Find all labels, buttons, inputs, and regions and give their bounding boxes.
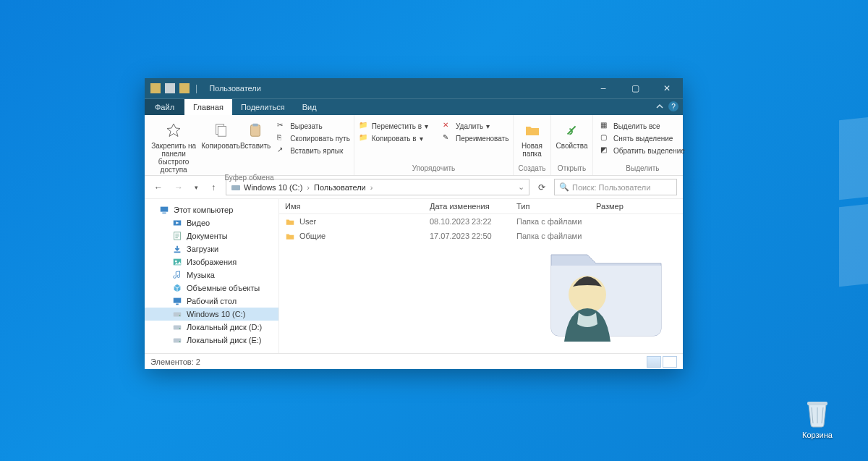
svg-rect-4 <box>252 124 258 127</box>
qat-separator: | <box>195 83 197 93</box>
breadcrumb-0[interactable]: Windows 10 (C:) <box>244 183 302 192</box>
svg-point-13 <box>175 261 177 263</box>
invert-selection-button[interactable]: ◩Обратить выделение <box>597 145 688 156</box>
tree-item-0[interactable]: Видео <box>145 216 278 229</box>
copy-to-icon: 📁 <box>359 133 369 143</box>
forward-button[interactable]: → <box>171 179 187 195</box>
tab-home[interactable]: Главная <box>184 99 232 115</box>
delete-icon: ✕ <box>443 121 453 131</box>
tree-item-4[interactable]: Музыка <box>145 268 278 282</box>
pin-to-quick-access-button[interactable]: Закрепить на панели быстрого доступа <box>145 118 202 174</box>
view-icons-button[interactable] <box>663 356 677 368</box>
recycle-bin-desktop-icon[interactable]: Корзина <box>792 399 843 439</box>
group-clipboard-label: Буфер обмена <box>225 174 274 183</box>
down-icon <box>172 244 182 254</box>
tree-item-5[interactable]: Объемные объекты <box>145 282 278 295</box>
cut-button[interactable]: ✂Вырезать <box>274 120 353 132</box>
tree-item-8[interactable]: Локальный диск (D:) <box>145 321 278 334</box>
table-row[interactable]: Общие17.07.2023 22:50Папка с файлами <box>279 229 683 243</box>
tree-item-2[interactable]: Загрузки <box>145 242 278 255</box>
tab-view[interactable]: Вид <box>294 99 326 115</box>
svg-rect-0 <box>807 402 827 405</box>
tree-item-1[interactable]: Документы <box>145 229 278 242</box>
drive-icon <box>172 322 182 332</box>
svg-point-23 <box>569 276 606 313</box>
minimize-button[interactable]: – <box>587 78 619 98</box>
qat-icon-2[interactable] <box>165 83 175 93</box>
move-to-icon: 📁 <box>359 121 369 131</box>
address-dropdown-icon[interactable]: ⌄ <box>518 182 524 192</box>
status-bar: Элементов: 2 <box>145 353 683 369</box>
drive-icon <box>172 335 182 345</box>
svg-point-19 <box>179 328 181 329</box>
move-to-button[interactable]: 📁Переместить в ▾ <box>356 120 431 132</box>
svg-rect-14 <box>174 298 182 303</box>
paste-icon <box>245 120 265 140</box>
tree-item-9[interactable]: Локальный диск (E:) <box>145 334 278 347</box>
svg-point-21 <box>179 341 181 342</box>
image-icon <box>172 257 182 267</box>
ribbon-tabs: Файл Главная Поделиться Вид ? <box>145 98 683 115</box>
table-row[interactable]: User08.10.2023 23:22Папка с файлами <box>279 214 683 229</box>
pc-icon <box>159 205 169 215</box>
properties-icon <box>562 120 582 140</box>
tree-item-6[interactable]: Рабочий стол <box>145 295 278 308</box>
copy-path-button[interactable]: ⎘Скопировать путь <box>274 132 353 144</box>
tree-item-3[interactable]: Изображения <box>145 255 278 268</box>
shortcut-icon: ↗ <box>277 145 287 156</box>
recycle-bin-label: Корзина <box>802 431 833 439</box>
group-organize-label: Упорядочить <box>412 164 456 174</box>
select-all-button[interactable]: ▦Выделить все <box>597 120 688 132</box>
rename-button[interactable]: ✎Переименовать <box>440 132 511 144</box>
music-icon <box>172 270 182 280</box>
refresh-button[interactable]: ⟳ <box>534 179 550 195</box>
search-icon: 🔍 <box>559 182 569 192</box>
paste-button[interactable]: Вставить <box>239 118 271 150</box>
select-none-button[interactable]: ▢Снять выделение <box>597 132 688 144</box>
view-details-button[interactable] <box>647 356 661 368</box>
group-select-label: Выделить <box>626 164 659 174</box>
search-input[interactable]: 🔍 Поиск: Пользователи <box>554 179 677 195</box>
tree-item-7[interactable]: Windows 10 (C:) <box>145 308 278 321</box>
col-size[interactable]: Размер <box>590 199 641 213</box>
close-button[interactable]: ✕ <box>651 78 683 98</box>
tab-share[interactable]: Поделиться <box>232 99 294 115</box>
breadcrumb-1[interactable]: Пользователи <box>314 183 366 192</box>
col-type[interactable]: Тип <box>511 199 590 213</box>
recent-locations-button[interactable]: ▾ <box>191 179 201 195</box>
maximize-button[interactable]: ▢ <box>619 78 651 98</box>
content-area: Этот компьютер ВидеоДокументыЗагрузкиИзо… <box>145 199 683 353</box>
back-button[interactable]: ← <box>150 179 166 195</box>
column-headers: Имя Дата изменения Тип Размер <box>279 199 683 214</box>
svg-rect-2 <box>218 127 226 137</box>
col-name[interactable]: Имя <box>279 199 424 213</box>
select-all-icon: ▦ <box>600 121 610 131</box>
recycle-bin-icon <box>804 399 830 428</box>
properties-button[interactable]: Свойства <box>554 118 590 150</box>
new-folder-button[interactable]: Новая папка <box>516 118 548 158</box>
delete-button[interactable]: ✕Удалить ▾ <box>440 120 511 132</box>
titlebar[interactable]: | Пользователи – ▢ ✕ <box>145 78 683 98</box>
qat-icon-1[interactable] <box>150 83 161 93</box>
collapse-ribbon-icon[interactable] <box>655 102 664 111</box>
help-button[interactable]: ? <box>668 101 678 111</box>
window-title: Пользователи <box>205 84 587 93</box>
qat-icon-3[interactable] <box>179 83 190 93</box>
copy-icon <box>210 120 231 140</box>
col-date[interactable]: Дата изменения <box>424 199 511 213</box>
folder-icon <box>285 231 295 241</box>
3d-icon <box>172 283 182 293</box>
paste-shortcut-button[interactable]: ↗Вставить ярлык <box>274 145 353 156</box>
file-menu-button[interactable]: Файл <box>145 99 184 115</box>
up-button[interactable]: ↑ <box>205 179 221 195</box>
svg-point-17 <box>179 315 181 316</box>
copy-to-button[interactable]: 📁Копировать в ▾ <box>356 132 431 144</box>
desk-icon <box>172 296 182 306</box>
drive-icon <box>172 309 182 319</box>
svg-rect-15 <box>176 304 179 305</box>
copy-button[interactable]: Копировать <box>205 118 237 150</box>
file-list[interactable]: User08.10.2023 23:22Папка с файламиОбщие… <box>279 214 683 353</box>
navigation-pane: Этот компьютер ВидеоДокументыЗагрузкиИзо… <box>145 199 279 353</box>
quick-access-toolbar: | <box>145 83 205 93</box>
tree-this-pc[interactable]: Этот компьютер <box>145 203 278 216</box>
